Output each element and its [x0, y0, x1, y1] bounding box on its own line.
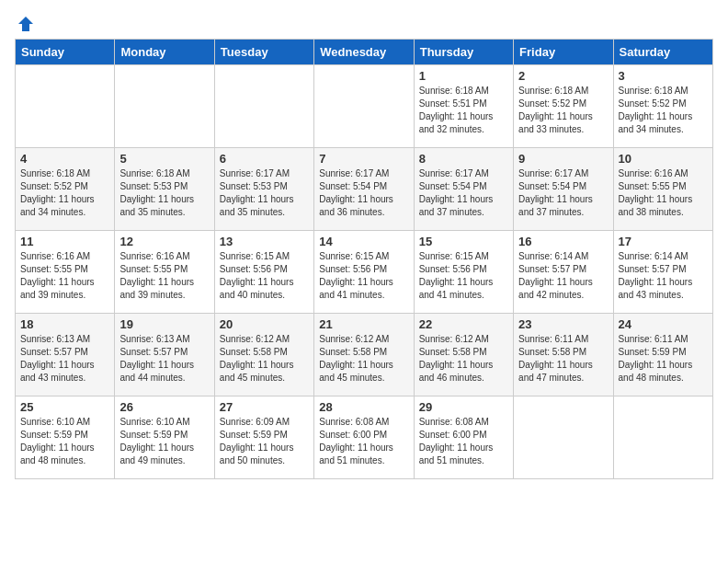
weekday-header-friday: Friday	[514, 40, 613, 65]
svg-marker-0	[18, 17, 33, 31]
calendar-cell	[514, 396, 613, 479]
calendar-cell: 13Sunrise: 6:15 AMSunset: 5:56 PMDayligh…	[214, 231, 313, 314]
calendar-week-2: 11Sunrise: 6:16 AMSunset: 5:55 PMDayligh…	[16, 231, 713, 314]
calendar-cell: 11Sunrise: 6:16 AMSunset: 5:55 PMDayligh…	[16, 231, 115, 314]
day-number: 17	[619, 235, 708, 248]
day-number: 23	[518, 317, 608, 331]
calendar-cell: 18Sunrise: 6:13 AMSunset: 5:57 PMDayligh…	[16, 314, 115, 396]
day-info: Sunrise: 6:14 AMSunset: 5:57 PMDaylight:…	[518, 250, 608, 302]
day-info: Sunrise: 6:17 AMSunset: 5:54 PMDaylight:…	[419, 167, 508, 219]
calendar-cell: 19Sunrise: 6:13 AMSunset: 5:57 PMDayligh…	[115, 314, 214, 396]
day-info: Sunrise: 6:09 AMSunset: 5:59 PMDaylight:…	[220, 416, 309, 467]
day-info: Sunrise: 6:18 AMSunset: 5:52 PMDaylight:…	[619, 85, 708, 136]
day-number: 11	[20, 235, 109, 248]
calendar-cell	[314, 65, 414, 148]
calendar-cell	[16, 65, 115, 148]
calendar-cell: 1Sunrise: 6:18 AMSunset: 5:51 PMDaylight…	[414, 65, 513, 148]
day-info: Sunrise: 6:14 AMSunset: 5:57 PMDaylight:…	[619, 250, 708, 302]
logo	[15, 15, 35, 28]
calendar-week-1: 4Sunrise: 6:18 AMSunset: 5:52 PMDaylight…	[16, 148, 713, 231]
calendar-cell: 9Sunrise: 6:17 AMSunset: 5:54 PMDaylight…	[514, 148, 613, 231]
weekday-header-monday: Monday	[115, 40, 214, 65]
day-number: 15	[419, 235, 508, 248]
calendar-cell: 28Sunrise: 6:08 AMSunset: 6:00 PMDayligh…	[314, 396, 414, 479]
day-info: Sunrise: 6:10 AMSunset: 5:59 PMDaylight:…	[20, 416, 109, 467]
calendar-cell: 14Sunrise: 6:15 AMSunset: 5:56 PMDayligh…	[314, 231, 414, 314]
calendar-cell: 17Sunrise: 6:14 AMSunset: 5:57 PMDayligh…	[613, 231, 712, 314]
day-number: 18	[20, 317, 109, 331]
day-info: Sunrise: 6:12 AMSunset: 5:58 PMDaylight:…	[220, 333, 309, 385]
day-info: Sunrise: 6:15 AMSunset: 5:56 PMDaylight:…	[220, 250, 309, 302]
day-info: Sunrise: 6:18 AMSunset: 5:51 PMDaylight:…	[419, 85, 508, 136]
day-number: 22	[419, 317, 508, 331]
day-number: 21	[319, 317, 408, 331]
day-number: 25	[20, 400, 109, 414]
day-number: 8	[419, 152, 508, 166]
day-info: Sunrise: 6:11 AMSunset: 5:58 PMDaylight:…	[518, 333, 608, 385]
calendar-cell: 23Sunrise: 6:11 AMSunset: 5:58 PMDayligh…	[514, 314, 613, 396]
day-number: 29	[419, 400, 508, 414]
day-number: 20	[220, 317, 309, 331]
calendar-cell: 20Sunrise: 6:12 AMSunset: 5:58 PMDayligh…	[214, 314, 313, 396]
calendar-cell: 25Sunrise: 6:10 AMSunset: 5:59 PMDayligh…	[16, 396, 115, 479]
calendar-week-0: 1Sunrise: 6:18 AMSunset: 5:51 PMDaylight…	[16, 65, 713, 148]
day-info: Sunrise: 6:08 AMSunset: 6:00 PMDaylight:…	[419, 416, 508, 467]
day-number: 28	[319, 400, 408, 414]
calendar-cell: 5Sunrise: 6:18 AMSunset: 5:53 PMDaylight…	[115, 148, 214, 231]
day-number: 5	[119, 152, 209, 166]
calendar-cell: 27Sunrise: 6:09 AMSunset: 5:59 PMDayligh…	[214, 396, 313, 479]
day-number: 10	[619, 152, 708, 166]
calendar-week-3: 18Sunrise: 6:13 AMSunset: 5:57 PMDayligh…	[16, 314, 713, 396]
weekday-header-saturday: Saturday	[613, 40, 712, 65]
day-info: Sunrise: 6:12 AMSunset: 5:58 PMDaylight:…	[319, 333, 408, 385]
day-number: 26	[119, 400, 209, 414]
calendar-cell: 8Sunrise: 6:17 AMSunset: 5:54 PMDaylight…	[414, 148, 513, 231]
calendar-table: SundayMondayTuesdayWednesdayThursdayFrid…	[15, 39, 713, 479]
header	[15, 15, 713, 28]
calendar-cell: 16Sunrise: 6:14 AMSunset: 5:57 PMDayligh…	[514, 231, 613, 314]
day-info: Sunrise: 6:10 AMSunset: 5:59 PMDaylight:…	[119, 416, 209, 467]
weekday-header-thursday: Thursday	[414, 40, 513, 65]
day-info: Sunrise: 6:16 AMSunset: 5:55 PMDaylight:…	[20, 250, 109, 302]
calendar-cell: 3Sunrise: 6:18 AMSunset: 5:52 PMDaylight…	[613, 65, 712, 148]
calendar-cell: 21Sunrise: 6:12 AMSunset: 5:58 PMDayligh…	[314, 314, 414, 396]
calendar-week-4: 25Sunrise: 6:10 AMSunset: 5:59 PMDayligh…	[16, 396, 713, 479]
calendar-cell: 7Sunrise: 6:17 AMSunset: 5:54 PMDaylight…	[314, 148, 414, 231]
day-info: Sunrise: 6:08 AMSunset: 6:00 PMDaylight:…	[319, 416, 408, 467]
day-number: 16	[518, 235, 608, 248]
day-info: Sunrise: 6:13 AMSunset: 5:57 PMDaylight:…	[119, 333, 209, 385]
day-info: Sunrise: 6:16 AMSunset: 5:55 PMDaylight:…	[619, 167, 708, 219]
calendar-cell	[214, 65, 313, 148]
calendar-cell	[115, 65, 214, 148]
calendar-cell: 2Sunrise: 6:18 AMSunset: 5:52 PMDaylight…	[514, 65, 613, 148]
calendar-cell: 4Sunrise: 6:18 AMSunset: 5:52 PMDaylight…	[16, 148, 115, 231]
day-number: 14	[319, 235, 408, 248]
day-info: Sunrise: 6:18 AMSunset: 5:52 PMDaylight:…	[20, 167, 109, 219]
calendar-cell: 26Sunrise: 6:10 AMSunset: 5:59 PMDayligh…	[115, 396, 214, 479]
calendar-cell: 24Sunrise: 6:11 AMSunset: 5:59 PMDayligh…	[613, 314, 712, 396]
calendar-cell: 10Sunrise: 6:16 AMSunset: 5:55 PMDayligh…	[613, 148, 712, 231]
calendar-cell: 29Sunrise: 6:08 AMSunset: 6:00 PMDayligh…	[414, 396, 513, 479]
day-info: Sunrise: 6:13 AMSunset: 5:57 PMDaylight:…	[20, 333, 109, 385]
day-number: 3	[619, 69, 708, 83]
calendar-cell: 15Sunrise: 6:15 AMSunset: 5:56 PMDayligh…	[414, 231, 513, 314]
day-number: 6	[220, 152, 309, 166]
day-info: Sunrise: 6:18 AMSunset: 5:53 PMDaylight:…	[119, 167, 209, 219]
day-info: Sunrise: 6:17 AMSunset: 5:53 PMDaylight:…	[220, 167, 309, 219]
weekday-header-sunday: Sunday	[16, 40, 115, 65]
day-number: 9	[518, 152, 608, 166]
day-number: 1	[419, 69, 508, 83]
calendar-body: 1Sunrise: 6:18 AMSunset: 5:51 PMDaylight…	[16, 65, 713, 479]
day-number: 2	[518, 69, 608, 83]
calendar-cell	[613, 396, 712, 479]
day-number: 12	[119, 235, 209, 248]
day-info: Sunrise: 6:15 AMSunset: 5:56 PMDaylight:…	[319, 250, 408, 302]
day-info: Sunrise: 6:12 AMSunset: 5:58 PMDaylight:…	[419, 333, 508, 385]
day-info: Sunrise: 6:18 AMSunset: 5:52 PMDaylight:…	[518, 85, 608, 136]
day-info: Sunrise: 6:15 AMSunset: 5:56 PMDaylight:…	[419, 250, 508, 302]
calendar-cell: 12Sunrise: 6:16 AMSunset: 5:55 PMDayligh…	[115, 231, 214, 314]
day-number: 24	[619, 317, 708, 331]
weekday-header-tuesday: Tuesday	[214, 40, 313, 65]
day-number: 4	[20, 152, 109, 166]
day-number: 7	[319, 152, 408, 166]
